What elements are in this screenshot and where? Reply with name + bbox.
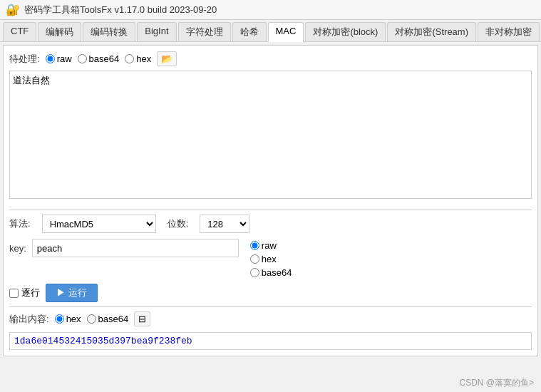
- output-value: 1da6e014532415035d397bea9f238feb: [9, 332, 532, 350]
- footer-watermark: CSDN @落寞的鱼>: [459, 377, 534, 389]
- input-base64-radio[interactable]: [78, 54, 87, 63]
- key-base64-option[interactable]: base64: [250, 267, 292, 278]
- key-raw-option[interactable]: raw: [250, 240, 292, 251]
- input-raw-label: raw: [57, 53, 72, 64]
- output-format-row: 输出内容: hex base64 ⊟: [9, 311, 532, 326]
- input-hex-option[interactable]: hex: [125, 53, 151, 64]
- output-hex-option[interactable]: hex: [55, 314, 81, 324]
- input-hex-radio[interactable]: [125, 54, 134, 63]
- separator-2: [9, 306, 532, 307]
- tab-string[interactable]: 字符处理: [178, 22, 231, 41]
- tab-hash[interactable]: 哈希: [232, 22, 267, 41]
- step-checkbox[interactable]: [9, 289, 19, 298]
- tab-bar: CTF 编解码 编码转换 BigInt 字符处理 哈希 MAC 对称加密(blo…: [0, 20, 541, 42]
- tab-mac[interactable]: MAC: [268, 22, 304, 42]
- key-left: key:: [9, 239, 239, 257]
- run-section: 逐行 ▶ 运行: [9, 284, 532, 302]
- key-hex-label: hex: [262, 254, 277, 264]
- input-format-group: raw base64 hex 📂: [46, 51, 177, 66]
- tab-sym-block[interactable]: 对称加密(block): [305, 22, 386, 41]
- input-base64-option[interactable]: base64: [78, 53, 120, 64]
- key-base64-label: base64: [262, 267, 292, 278]
- app-title: 密码学工具箱ToolsFx v1.17.0 build 2023-09-20: [24, 4, 217, 16]
- key-row: key: raw hex base64: [9, 239, 532, 278]
- step-label: 逐行: [21, 287, 40, 299]
- tab-asym[interactable]: 非对称加密: [478, 22, 540, 41]
- input-base64-label: base64: [89, 53, 120, 64]
- tab-sym-stream[interactable]: 对称加密(Stream): [387, 22, 476, 41]
- algo-select[interactable]: HmacMD5 HmacSHA1 HmacSHA256 HmacSHA512: [42, 215, 156, 233]
- tab-ctf[interactable]: CTF: [3, 22, 36, 41]
- algo-section: 算法: HmacMD5 HmacSHA1 HmacSHA256 HmacSHA5…: [9, 215, 532, 233]
- output-hex-label: hex: [66, 314, 81, 324]
- input-raw-radio[interactable]: [46, 54, 55, 63]
- app-icon: 🔐: [6, 3, 20, 16]
- output-base64-label: base64: [98, 314, 129, 324]
- copy-output-button[interactable]: ⊟: [134, 311, 150, 326]
- tab-bigint[interactable]: BigInt: [137, 22, 176, 41]
- output-section: 输出内容: hex base64 ⊟ 1da6e014532415035d397…: [9, 311, 532, 350]
- input-raw-option[interactable]: raw: [46, 53, 72, 64]
- key-label: key:: [9, 243, 26, 254]
- title-bar: 🔐 密码学工具箱ToolsFx v1.17.0 build 2023-09-20: [0, 0, 541, 20]
- import-file-button[interactable]: 📂: [157, 51, 177, 66]
- key-input[interactable]: [32, 239, 239, 257]
- key-hex-option[interactable]: hex: [250, 254, 292, 264]
- key-base64-radio[interactable]: [250, 268, 259, 277]
- tab-encode-convert[interactable]: 编码转换: [83, 22, 135, 41]
- separator-1: [9, 210, 532, 210]
- output-base64-radio[interactable]: [87, 314, 96, 324]
- main-content: 待处理: raw base64 hex 📂 道法自然 算法: HmacMD5 H…: [3, 45, 538, 356]
- output-base64-option[interactable]: base64: [87, 314, 129, 324]
- key-raw-radio[interactable]: [250, 241, 259, 250]
- output-label: 输出内容:: [9, 313, 49, 326]
- key-format-group: raw hex base64: [250, 240, 292, 278]
- process-label: 待处理:: [9, 53, 40, 66]
- input-textarea[interactable]: 道法自然: [9, 71, 532, 199]
- step-checkbox-item[interactable]: 逐行: [9, 287, 40, 299]
- input-format-row: 待处理: raw base64 hex 📂: [9, 51, 532, 66]
- key-hex-radio[interactable]: [250, 254, 259, 264]
- output-hex-radio[interactable]: [55, 314, 64, 324]
- algo-label: 算法:: [9, 217, 31, 230]
- bits-select[interactable]: 128 256 512: [200, 215, 249, 233]
- key-raw-label: raw: [262, 240, 277, 251]
- tab-decode[interactable]: 编解码: [38, 22, 81, 41]
- run-button[interactable]: ▶ 运行: [46, 284, 98, 302]
- bits-label: 位数:: [168, 217, 189, 230]
- input-hex-label: hex: [136, 53, 151, 64]
